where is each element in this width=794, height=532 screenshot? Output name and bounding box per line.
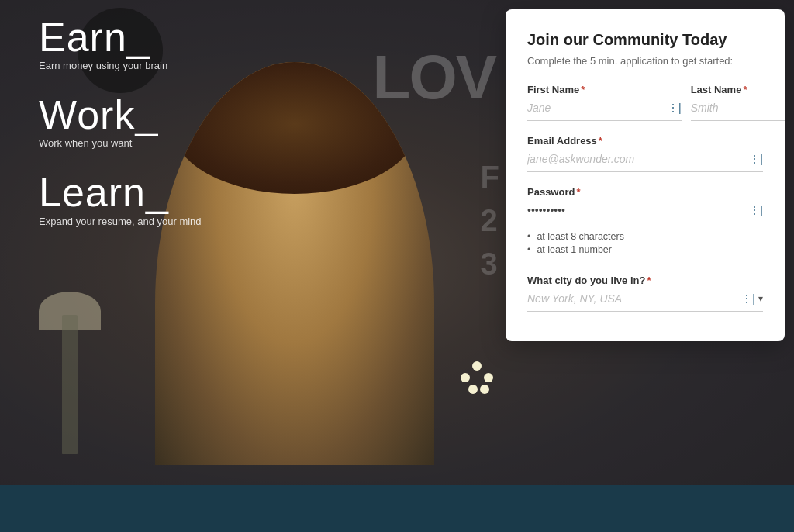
first-name-icon: ⋮| — [668, 102, 682, 114]
password-input[interactable] — [527, 202, 744, 218]
last-name-required: * — [743, 84, 747, 95]
city-icon: ⋮| — [741, 292, 755, 305]
email-label: Email Address* — [527, 135, 763, 147]
email-input[interactable] — [527, 151, 744, 167]
city-group: What city do you live in?* ⋮| ▾ — [527, 275, 763, 312]
first-name-label: First Name* — [527, 84, 682, 95]
last-name-label: Last Name* — [691, 84, 785, 95]
first-name-input[interactable] — [527, 100, 663, 116]
first-name-required: * — [581, 84, 585, 95]
password-hints: at least 8 characters at least 1 number — [527, 231, 763, 257]
password-input-wrapper: ⋮| — [527, 202, 763, 223]
registration-form-panel: Join our Community Today Complete the 5 … — [506, 9, 785, 341]
name-row: First Name* ⋮| Last Name* ⋮| — [527, 84, 763, 121]
email-icon: ⋮| — [749, 153, 763, 165]
city-required: * — [647, 275, 651, 286]
last-name-group: Last Name* ⋮| — [691, 84, 785, 121]
hero-content: Earn_ Earn money using your brain Work_ … — [39, 16, 202, 249]
city-dropdown-arrow[interactable]: ▾ — [758, 293, 763, 304]
first-name-group: First Name* ⋮| — [527, 84, 682, 121]
form-title: Join our Community Today — [527, 31, 763, 49]
email-required: * — [599, 135, 602, 147]
last-name-input[interactable] — [691, 100, 785, 116]
hero-word-earn: Earn_ — [39, 16, 202, 60]
city-input[interactable] — [527, 291, 737, 306]
city-input-wrapper: ⋮| ▾ — [527, 291, 763, 312]
password-group: Password* ⋮| at least 8 characters at le… — [527, 186, 763, 261]
lov-decoration: LOV — [373, 47, 495, 109]
password-label: Password* — [527, 186, 763, 198]
hero-word-work: Work_ — [39, 93, 202, 137]
first-name-input-wrapper: ⋮| — [527, 100, 682, 121]
flowers-decoration — [457, 361, 503, 454]
email-input-wrapper: ⋮| — [527, 151, 763, 172]
password-icon: ⋮| — [749, 204, 763, 216]
city-label: What city do you live in?* — [527, 275, 763, 286]
hero-word-learn: Learn_ — [39, 171, 202, 215]
lamp-decoration — [62, 315, 78, 454]
password-required: * — [576, 186, 580, 198]
hero-subtext-learn: Expand your resume, and your mind — [39, 216, 202, 227]
password-hint-chars: at least 8 characters — [527, 231, 763, 242]
numbers-decoration: F23 — [481, 155, 499, 285]
hero-subtext-earn: Earn money using your brain — [39, 60, 202, 71]
hero-subtext-work: Work when you want — [39, 137, 202, 149]
form-subtitle: Complete the 5 min. application to get s… — [527, 55, 763, 67]
email-group: Email Address* ⋮| — [527, 135, 763, 172]
bottom-bar — [0, 485, 794, 532]
password-hint-number: at least 1 number — [527, 244, 763, 255]
last-name-input-wrapper: ⋮| — [691, 100, 785, 121]
